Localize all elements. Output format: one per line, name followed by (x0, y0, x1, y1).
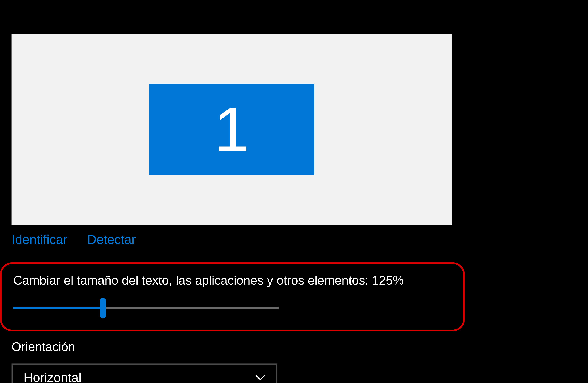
display-action-links: Identificar Detectar (12, 232, 465, 247)
detect-link[interactable]: Detectar (87, 232, 136, 246)
scale-slider[interactable] (13, 298, 279, 318)
display-preview-area: 1 (12, 34, 452, 224)
scale-setting-highlight: Cambiar el tamaño del texto, las aplicac… (0, 262, 465, 331)
chevron-down-icon (255, 372, 265, 383)
orientation-selected-value: Horizontal (23, 370, 82, 383)
orientation-label: Orientación (12, 340, 465, 354)
display-settings-panel: 1 Identificar Detectar Cambiar el tamaño… (0, 0, 465, 383)
monitor-tile-1[interactable]: 1 (149, 84, 314, 175)
slider-fill (13, 307, 103, 309)
slider-thumb[interactable] (100, 298, 106, 318)
orientation-dropdown[interactable]: Horizontal (12, 363, 277, 383)
scale-label: Cambiar el tamaño del texto, las aplicac… (13, 273, 452, 287)
monitor-number-label: 1 (214, 93, 249, 166)
identify-link[interactable]: Identificar (12, 232, 67, 246)
